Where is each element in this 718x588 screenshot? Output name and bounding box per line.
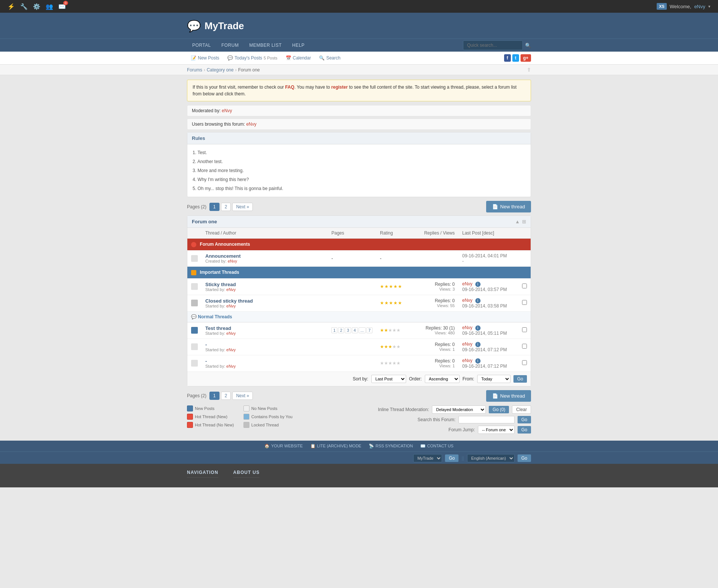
thread-checkbox-cell[interactable] xyxy=(518,339,531,355)
thread-checkbox-cell[interactable] xyxy=(518,355,531,371)
search-forum-go-button[interactable]: Go xyxy=(518,416,531,423)
nav-portal[interactable]: PORTAL xyxy=(187,39,216,52)
twitter-icon[interactable]: t xyxy=(512,54,519,62)
footer-archive-mode[interactable]: 📋 LITE (ARCHIVE) MODE xyxy=(310,444,362,448)
page-btn-1-bottom[interactable]: 1 xyxy=(209,392,220,400)
thread-page-link[interactable]: 3 xyxy=(345,327,351,333)
subnav-search[interactable]: 🔍 Search xyxy=(315,54,344,62)
thread-page-link[interactable]: 1 xyxy=(331,327,337,333)
thread-author-link[interactable]: eNvy xyxy=(226,364,236,368)
new-thread-button-top[interactable]: 📄 New thread xyxy=(486,201,531,212)
forum-jump-select[interactable]: -- Forum one xyxy=(478,426,515,434)
thread-title-cell: Announcement Created by: eNvy xyxy=(202,250,328,266)
inline-moderation-clear-button[interactable]: Clear xyxy=(512,405,531,414)
inline-moderation-select[interactable]: Delayed Moderation Immediate Moderation xyxy=(432,405,486,414)
footer-rss[interactable]: 📡 RSS SYNDICATION xyxy=(369,444,413,448)
facebook-icon[interactable]: f xyxy=(504,54,511,62)
last-post-user-link[interactable]: eNvy xyxy=(462,298,472,303)
search-input[interactable] xyxy=(463,40,523,50)
last-post-info-icon[interactable]: i xyxy=(475,298,481,303)
thread-checkbox-cell[interactable] xyxy=(518,278,531,295)
thread-author-link[interactable]: eNvy xyxy=(228,259,237,263)
thread-link[interactable]: Sticky thread xyxy=(205,282,236,287)
page-btn-2[interactable]: 2 xyxy=(221,203,231,211)
browsing-user-link[interactable]: eNvy xyxy=(246,122,256,127)
thread-link[interactable]: Announcement xyxy=(205,253,241,259)
register-link[interactable]: register xyxy=(331,85,348,90)
googleplus-icon[interactable]: g+ xyxy=(521,54,531,62)
thread-page-link[interactable]: 2 xyxy=(338,327,344,333)
settings-icon[interactable]: ⊞ xyxy=(522,219,526,224)
wrench-icon[interactable]: 🔧 xyxy=(20,3,28,10)
new-thread-button-bottom[interactable]: 📄 New thread xyxy=(486,390,531,402)
subnav-calendar[interactable]: 📅 Calendar xyxy=(282,54,315,62)
thread-checkbox[interactable] xyxy=(522,360,527,365)
from-select[interactable]: Today Yesterday Last Week Last Month Beg… xyxy=(477,375,510,383)
nav-memberlist[interactable]: MEMBER LIST xyxy=(244,39,287,52)
thread-checkbox[interactable] xyxy=(522,327,527,332)
thread-icon-cell xyxy=(187,339,202,355)
thread-page-link[interactable]: 7 xyxy=(366,327,372,333)
last-post-user-link[interactable]: eNvy xyxy=(462,358,472,363)
users-icon[interactable]: 👥 xyxy=(46,3,53,10)
thread-page-link[interactable]: 4 xyxy=(352,327,358,333)
thread-checkbox-cell[interactable] xyxy=(518,295,531,311)
breadcrumb-expand-icon[interactable]: ⇧ xyxy=(527,67,531,73)
last-post-user-link[interactable]: eNvy xyxy=(462,281,472,287)
gear-icon[interactable]: ⚙️ xyxy=(33,3,40,10)
thread-checkbox-cell[interactable] xyxy=(518,322,531,339)
thread-author-link[interactable]: eNvy xyxy=(226,304,236,308)
last-post-info-icon[interactable]: i xyxy=(475,325,481,331)
user-dropdown-chevron[interactable]: ▾ xyxy=(708,4,711,9)
subnav-new-posts[interactable]: 📝 New Posts xyxy=(187,54,223,62)
last-post-info-icon[interactable]: i xyxy=(475,342,481,347)
inline-moderation-go-button[interactable]: Go (0) xyxy=(489,406,509,413)
thread-page-link[interactable]: ... xyxy=(359,327,366,333)
nav-help[interactable]: HELP xyxy=(287,39,310,52)
next-btn-bottom[interactable]: Next » xyxy=(232,392,253,400)
theme-go-button[interactable]: Go xyxy=(445,454,458,462)
topbar-username[interactable]: eNvy xyxy=(694,4,705,9)
page-btn-1[interactable]: 1 xyxy=(209,203,220,211)
thread-checkbox[interactable] xyxy=(522,300,527,305)
breadcrumb-category[interactable]: Category one xyxy=(207,67,234,73)
sort-select[interactable]: Last Post Thread Title Replies Views xyxy=(371,375,406,383)
last-post-user-link[interactable]: eNvy xyxy=(462,325,472,330)
thread-link[interactable]: - xyxy=(205,342,207,347)
legend-hot-new-icon xyxy=(187,414,193,420)
thread-link[interactable]: - xyxy=(205,358,207,364)
sort-go-button[interactable]: Go xyxy=(513,375,527,383)
thread-link[interactable]: Test thread xyxy=(205,325,231,331)
rules-header: Rules xyxy=(187,132,531,144)
next-btn[interactable]: Next » xyxy=(232,203,253,211)
thread-author-link[interactable]: eNvy xyxy=(226,287,236,292)
mail-icon[interactable]: ✉️ 0 xyxy=(58,3,66,10)
theme-select[interactable]: MyTrade xyxy=(413,454,442,462)
lang-go-button[interactable]: Go xyxy=(518,454,531,462)
thread-checkbox[interactable] xyxy=(522,344,527,349)
search-forum-input[interactable] xyxy=(458,416,515,423)
footer-your-website[interactable]: 🏠 YOUR WEBSITE xyxy=(264,444,303,448)
forum-jump-go-button[interactable]: Go xyxy=(518,426,531,434)
last-post-info-icon[interactable]: i xyxy=(475,358,481,364)
breadcrumb-forums[interactable]: Forums xyxy=(187,67,202,73)
last-post-user-link[interactable]: eNvy xyxy=(462,342,472,347)
order-select[interactable]: Ascending Descending xyxy=(425,375,460,383)
thread-author-link[interactable]: eNvy xyxy=(226,347,236,352)
footer-contact[interactable]: ✉️ CONTACT US xyxy=(420,444,454,448)
thread-link[interactable]: Closed sticky thread xyxy=(205,298,253,304)
search-icon[interactable]: 🔍 xyxy=(525,43,531,48)
subnav-todays-posts[interactable]: 💬 Today's Posts 5 Posts xyxy=(224,54,281,62)
thread-checkbox[interactable] xyxy=(522,284,527,288)
last-post-info-icon[interactable]: i xyxy=(475,282,481,287)
thread-author-link[interactable]: eNvy xyxy=(226,331,236,336)
lightning-icon[interactable]: ⚡ xyxy=(7,3,15,10)
thread-stars: ★★★★★ xyxy=(380,300,402,306)
nav-forum[interactable]: FORUM xyxy=(216,39,244,52)
site-logo[interactable]: 💬 MyTrade xyxy=(187,19,244,33)
lang-select[interactable]: English (American) xyxy=(467,454,515,462)
moderator-link[interactable]: eNvy xyxy=(222,108,232,113)
collapse-icon[interactable]: ▲ xyxy=(515,219,520,224)
page-btn-2-bottom[interactable]: 2 xyxy=(221,392,231,400)
faq-link[interactable]: FAQ xyxy=(285,85,294,90)
